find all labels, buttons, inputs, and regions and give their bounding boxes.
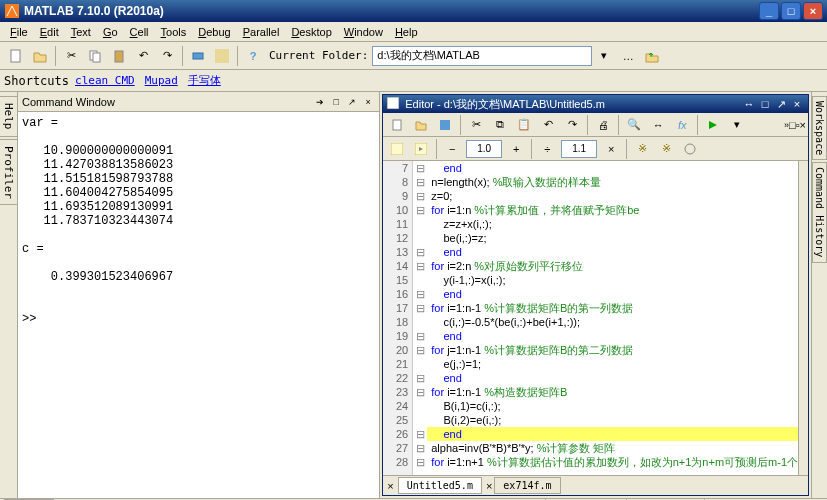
menu-cell[interactable]: Cell: [124, 24, 155, 40]
ed-cut-icon[interactable]: ✂: [465, 114, 487, 136]
cell-div-input[interactable]: [561, 140, 597, 158]
menu-help[interactable]: Help: [389, 24, 424, 40]
command-window-body[interactable]: var = 10.900000000000091 11.427038813586…: [18, 112, 379, 498]
shortcut-mupad[interactable]: Mupad: [141, 74, 182, 87]
code-line-19[interactable]: end: [427, 329, 798, 343]
code-line-28[interactable]: for i=1:n+1 %计算数据估计值的累加数列，如改为n+1为n+m可预测后…: [427, 455, 798, 469]
menu-edit[interactable]: Edit: [34, 24, 65, 40]
plus-icon[interactable]: +: [505, 138, 527, 160]
ed-paste-icon[interactable]: 📋: [513, 114, 535, 136]
code-line-26[interactable]: end: [427, 427, 798, 441]
menu-file[interactable]: File: [4, 24, 34, 40]
code-line-18[interactable]: c(i,:)=-0.5*(be(i,:)+be(i+1,:));: [427, 315, 798, 329]
copy-icon[interactable]: [84, 45, 106, 67]
cmd-max-icon[interactable]: ↗: [345, 95, 359, 109]
ed-undo-icon[interactable]: ↶: [537, 114, 559, 136]
code-line-14[interactable]: for i=2:n %对原始数列平行移位: [427, 259, 798, 273]
profiler-tab[interactable]: Profiler: [0, 139, 18, 206]
tab-close-icon[interactable]: ×: [387, 480, 393, 492]
ed-copy-icon[interactable]: ⧉: [489, 114, 511, 136]
menu-parallel[interactable]: Parallel: [237, 24, 286, 40]
ed-min-icon[interactable]: □: [789, 119, 796, 131]
editor-undock-icon[interactable]: □: [758, 97, 772, 111]
paste-icon[interactable]: [108, 45, 130, 67]
ed-save-icon[interactable]: [434, 114, 456, 136]
tab-close2-icon[interactable]: ×: [486, 480, 492, 492]
code-line-13[interactable]: end: [427, 245, 798, 259]
cell-mult-input[interactable]: [466, 140, 502, 158]
ed-print-icon[interactable]: 🖨: [592, 114, 614, 136]
editor-close-icon[interactable]: ×: [790, 97, 804, 111]
code-line-20[interactable]: for j=1:n-1 %计算数据矩阵B的第二列数据: [427, 343, 798, 357]
ed-open-icon[interactable]: [410, 114, 432, 136]
new-icon[interactable]: [5, 45, 27, 67]
code-line-24[interactable]: B(i,1)=c(i,:);: [427, 399, 798, 413]
times-icon[interactable]: ×: [600, 138, 622, 160]
ed-new-icon[interactable]: [386, 114, 408, 136]
ed-redo-icon[interactable]: ↷: [561, 114, 583, 136]
div-icon[interactable]: ÷: [536, 138, 558, 160]
close-button[interactable]: ×: [803, 2, 823, 20]
folder-dropdown-icon[interactable]: ▾: [593, 45, 615, 67]
code-line-7[interactable]: end: [427, 161, 798, 175]
menu-debug[interactable]: Debug: [192, 24, 236, 40]
cmd-close-icon[interactable]: ×: [361, 95, 375, 109]
ed-goto-icon[interactable]: ↔: [647, 114, 669, 136]
guide-icon[interactable]: [211, 45, 233, 67]
ed-x-icon[interactable]: ×: [800, 119, 806, 131]
cmd-menu-icon[interactable]: ➔: [313, 95, 327, 109]
code-line-8[interactable]: n=length(x); %取输入数据的样本量: [427, 175, 798, 189]
maximize-button[interactable]: □: [781, 2, 801, 20]
publish-icon[interactable]: [679, 138, 701, 160]
code-line-23[interactable]: for i=1:n-1 %构造数据矩阵B: [427, 385, 798, 399]
code-line-12[interactable]: be(i,:)=z;: [427, 231, 798, 245]
menu-tools[interactable]: Tools: [155, 24, 193, 40]
workspace-tab[interactable]: Workspace: [812, 96, 827, 160]
cell-insert2-icon[interactable]: ※: [655, 138, 677, 160]
ed-run-icon[interactable]: [702, 114, 724, 136]
ed-find-icon[interactable]: 🔍: [623, 114, 645, 136]
current-folder-input[interactable]: [372, 46, 592, 66]
minus-icon[interactable]: −: [441, 138, 463, 160]
code-line-16[interactable]: end: [427, 287, 798, 301]
editor-menu-icon[interactable]: ↔: [742, 97, 756, 111]
simulink-icon[interactable]: [187, 45, 209, 67]
tab-untitled5[interactable]: Untitled5.m: [398, 477, 482, 494]
open-icon[interactable]: [29, 45, 51, 67]
help-tab[interactable]: Help: [0, 96, 18, 137]
code-line-25[interactable]: B(i,2)=e(i,:);: [427, 413, 798, 427]
code-line-15[interactable]: y(i-1,:)=x(i,:);: [427, 273, 798, 287]
cell-mode-icon[interactable]: [386, 138, 408, 160]
scrollbar[interactable]: [798, 161, 808, 475]
fold-gutter[interactable]: ⊟⊟⊟⊟⊟⊟⊟⊟⊟⊟⊟⊟⊟⊟⊟: [413, 161, 427, 475]
minimize-button[interactable]: _: [759, 2, 779, 20]
code-line-10[interactable]: for i=1:n %计算累加值，并将值赋予矩阵be: [427, 203, 798, 217]
code-line-17[interactable]: for i=1:n-1 %计算数据矩阵B的第一列数据: [427, 301, 798, 315]
help-icon[interactable]: ?: [242, 45, 264, 67]
menu-text[interactable]: Text: [65, 24, 97, 40]
tab-ex714f[interactable]: ex714f.m: [494, 477, 560, 494]
code-line-21[interactable]: e(j,:)=1;: [427, 357, 798, 371]
code-line-9[interactable]: z=0;: [427, 189, 798, 203]
redo-icon[interactable]: ↷: [156, 45, 178, 67]
shortcut-hw[interactable]: 手写体: [184, 73, 225, 88]
code-line-27[interactable]: alpha=inv(B'*B)*B'*y; %计算参数 矩阵: [427, 441, 798, 455]
menu-go[interactable]: Go: [97, 24, 124, 40]
cut-icon[interactable]: ✂: [60, 45, 82, 67]
ed-fx-icon[interactable]: fx: [671, 114, 693, 136]
undo-icon[interactable]: ↶: [132, 45, 154, 67]
cell-eval-icon[interactable]: [410, 138, 432, 160]
code-line-11[interactable]: z=z+x(i,:);: [427, 217, 798, 231]
parent-folder-icon[interactable]: [641, 45, 663, 67]
code-area[interactable]: endn=length(x); %取输入数据的样本量z=0;for i=1:n …: [427, 161, 798, 475]
menu-desktop[interactable]: Desktop: [285, 24, 337, 40]
shortcut-clean-cmd[interactable]: clean CMD: [71, 74, 139, 87]
command-history-tab[interactable]: Command History: [812, 162, 827, 262]
browse-folder-icon[interactable]: …: [617, 45, 639, 67]
ed-run-dd-icon[interactable]: ▾: [726, 114, 748, 136]
cmd-undock-icon[interactable]: □: [329, 95, 343, 109]
editor-max-icon[interactable]: ↗: [774, 97, 788, 111]
menu-window[interactable]: Window: [338, 24, 389, 40]
code-line-22[interactable]: end: [427, 371, 798, 385]
cell-insert-icon[interactable]: ※: [631, 138, 653, 160]
